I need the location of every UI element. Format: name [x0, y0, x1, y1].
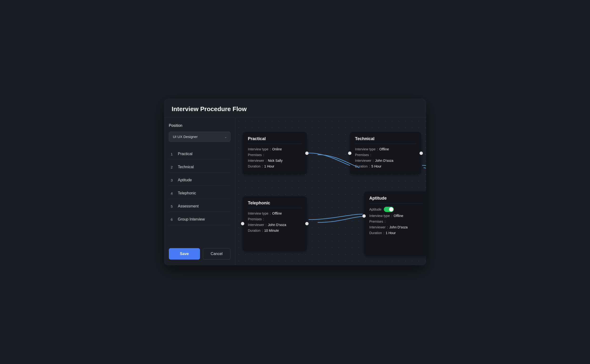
card-telephonic[interactable]: Telephonic Interview type : Offline Prem… [243, 196, 307, 251]
modal-header: Interview Procedure Flow [164, 99, 426, 118]
sidebar-item-technical[interactable]: 2 Technical [169, 162, 231, 173]
sidebar-item-label: Practical [178, 152, 192, 156]
toggle-knob [389, 207, 393, 212]
sidebar-item-aptitude[interactable]: 3 Aptitude [169, 175, 231, 186]
cancel-button[interactable]: Cancel [203, 248, 231, 260]
card-aptitude-title: Aptitude [369, 196, 423, 203]
aptitude-left-dot [362, 214, 366, 218]
sidebar-actions: Save Cancel [169, 243, 231, 260]
save-button[interactable]: Save [169, 248, 200, 260]
modal: Interview Procedure Flow Position UI UX … [164, 99, 426, 265]
card-aptitude-duration-row: Duration : 1 Hour [369, 231, 423, 235]
card-practical-type-row: Interview type : Online [248, 147, 302, 151]
sidebar-item-number: 5 [171, 204, 174, 208]
card-technical-interviewer-row: Interviewer : John D'soza [355, 159, 416, 162]
sidebar-item-label: Technical [178, 165, 194, 169]
sidebar-item-number: 6 [171, 217, 174, 221]
card-aptitude[interactable]: Aptitude Aptitude Interview type : Offli… [364, 192, 426, 256]
card-aptitude-toggle-row: Aptitude [369, 207, 423, 212]
card-telephonic-premises-row: Premises : [248, 217, 302, 221]
page-title: Interview Procedure Flow [172, 105, 418, 113]
card-practical-interviewer-row: Interviewer : Nick Sally [248, 159, 302, 162]
card-aptitude-interviewer-row: Interviewer : John D'soza [369, 225, 423, 229]
aptitude-toggle[interactable] [384, 207, 394, 212]
technical-right-dot [419, 152, 423, 155]
position-label: Position [169, 124, 231, 128]
sidebar-item-practical[interactable]: 1 Practical [169, 149, 231, 160]
card-practical-premises-row: Premises : [248, 153, 302, 157]
card-technical-title: Technical [355, 136, 416, 144]
card-technical-duration-row: Duration : 5 Hour [355, 164, 416, 168]
card-practical-title: Practical [248, 136, 302, 144]
sidebar-item-telephonic[interactable]: 4 Telephonic [169, 188, 231, 199]
sidebar-item-number: 2 [171, 165, 174, 169]
sidebar-item-label: Group Interview [178, 217, 205, 221]
card-telephonic-duration-row: Duration : 10 Minute [248, 229, 302, 233]
sidebar-item-label: Telephonic [178, 191, 196, 195]
sidebar-item-number: 3 [171, 178, 174, 182]
position-select[interactable]: UI UX DesignerSoftware EngineerProduct M… [169, 131, 231, 142]
card-practical-duration-row: Duration : 1 Hour [248, 164, 302, 168]
sidebar-item-number: 4 [171, 191, 174, 195]
sidebar-item-label: Aptitude [178, 178, 192, 182]
card-aptitude-premises-row: Premises : [369, 220, 423, 223]
flow-canvas: Practical Interview type : Online Premis… [235, 118, 426, 265]
card-telephonic-title: Telephonic [248, 201, 302, 208]
flow-area: Practical Interview type : Online Premis… [235, 118, 426, 265]
practical-right-dot [305, 152, 309, 155]
sidebar: Position UI UX DesignerSoftware Engineer… [164, 118, 235, 265]
modal-body: Position UI UX DesignerSoftware Engineer… [164, 118, 426, 265]
technical-left-dot [348, 152, 351, 155]
telephonic-left-dot [241, 222, 244, 225]
sidebar-item-number: 1 [171, 152, 174, 156]
position-dropdown-wrapper[interactable]: UI UX DesignerSoftware EngineerProduct M… [169, 131, 231, 142]
card-practical[interactable]: Practical Interview type : Online Premis… [243, 132, 307, 174]
card-telephonic-interviewer-row: Interviewer : John D'soza [248, 223, 302, 227]
card-technical-premises-row: Premises : [355, 153, 416, 157]
card-aptitude-type-row: Interview type : Offline [369, 214, 423, 218]
telephonic-right-dot [305, 222, 309, 225]
card-telephonic-type-row: Interview type : Offline [248, 212, 302, 215]
sidebar-item-assessment[interactable]: 5 Assessment [169, 201, 231, 212]
sidebar-item-label: Assessment [178, 204, 199, 208]
card-technical-type-row: Interview type : Offline [355, 147, 416, 151]
card-technical[interactable]: Technical Interview type : Offline Premi… [350, 132, 421, 174]
sidebar-item-group-interview[interactable]: 6 Group Interview [169, 214, 231, 225]
